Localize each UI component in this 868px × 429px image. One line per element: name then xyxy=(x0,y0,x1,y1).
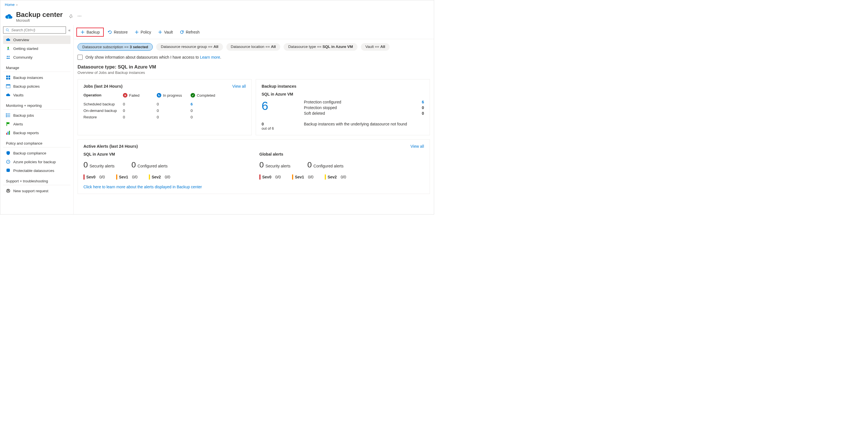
sidebar-section-manage: Manage xyxy=(3,62,70,72)
sidebar-item-backup-compliance[interactable]: Backup compliance xyxy=(3,149,70,157)
svg-rect-18 xyxy=(8,132,8,135)
job-completed[interactable]: 6 xyxy=(191,102,219,106)
card-title: Active Alerts (last 24 Hours) xyxy=(84,144,138,149)
datasource-subtitle: Overview of Jobs and Backup instances xyxy=(78,70,430,75)
col-failed: Failed xyxy=(129,93,140,97)
sev-bar-icon xyxy=(259,175,260,180)
flag-icon xyxy=(6,122,10,126)
restore-button[interactable]: Restore xyxy=(105,29,130,35)
plus-icon xyxy=(134,30,139,34)
job-op: Restore xyxy=(84,115,123,119)
stat-value: 0 xyxy=(422,105,424,110)
instance-stat-row: Soft deleted 0 xyxy=(304,111,424,116)
alerts-learn-link[interactable]: Click here to learn more about the alert… xyxy=(84,185,202,189)
list-icon xyxy=(6,113,10,118)
sidebar-item-backup-reports[interactable]: Backup reports xyxy=(3,128,70,137)
jobs-row: On-demand backup 0 0 0 xyxy=(84,108,246,114)
completed-icon: ✓ xyxy=(191,93,195,97)
sidebar-item-label: Community xyxy=(13,55,32,59)
sidebar-item-azure-policies[interactable]: Azure policies for backup xyxy=(3,158,70,166)
sidebar-section-monitoring: Monitoring + reporting xyxy=(3,99,70,110)
access-checkbox[interactable] xyxy=(78,55,83,60)
sev-item: Sev1 0/0 xyxy=(116,175,137,180)
alerts-col-heading: SQL in Azure VM xyxy=(84,152,248,156)
instances-notfound-count: 0 out of 6 xyxy=(261,122,296,130)
svg-rect-4 xyxy=(6,75,8,77)
datasource-heading: Datasource type: SQL in Azure VM Overvie… xyxy=(73,64,434,75)
sidebar-item-community[interactable]: Community xyxy=(3,53,70,61)
toolbar: Backup Restore Policy Vault Refresh xyxy=(73,25,434,39)
view-all-link[interactable]: View all xyxy=(232,84,246,89)
alerts-column: SQL in Azure VM 0Security alerts 0Config… xyxy=(84,152,248,180)
sidebar-item-alerts[interactable]: Alerts xyxy=(3,120,70,128)
sidebar-item-overview[interactable]: Overview xyxy=(3,35,70,44)
sev-item: Sev0 0/0 xyxy=(259,175,281,180)
sidebar-section-support: Support + troubleshooting xyxy=(3,175,70,185)
sidebar-item-backup-policies[interactable]: Backup policies xyxy=(3,82,70,90)
filter-type[interactable]: Datasource type == SQL in Azure VM xyxy=(284,43,358,51)
main-content: Backup Restore Policy Vault Refresh Data… xyxy=(73,25,434,214)
sidebar-item-protectable-datasources[interactable]: Protectable datasources xyxy=(3,166,70,175)
search-input[interactable] xyxy=(3,27,66,34)
sidebar-item-vaults[interactable]: Vaults xyxy=(3,91,70,99)
stat-label: Protection configured xyxy=(304,100,341,104)
policy-button[interactable]: Policy xyxy=(132,29,154,35)
pin-icon[interactable] xyxy=(69,14,73,20)
toolbar-label: Refresh xyxy=(186,30,199,34)
policy-icon xyxy=(6,159,10,164)
filter-vault[interactable]: Vault == All xyxy=(361,43,390,51)
search-icon xyxy=(6,28,9,32)
access-text: Only show information about datasources … xyxy=(86,55,221,59)
sidebar-item-backup-instances[interactable]: Backup instances xyxy=(3,73,70,82)
security-alerts-count: 0Security alerts xyxy=(259,160,290,170)
sidebar-item-label: Backup jobs xyxy=(13,113,34,118)
svg-rect-7 xyxy=(8,78,10,80)
support-icon xyxy=(6,189,10,193)
configured-alerts-count: 0Configured alerts xyxy=(307,160,343,170)
toolbar-label: Policy xyxy=(141,30,151,34)
view-all-link[interactable]: View all xyxy=(410,144,424,149)
job-in-progress: 0 xyxy=(157,109,191,113)
access-filter-row: Only show information about datasources … xyxy=(73,54,434,64)
svg-point-13 xyxy=(6,114,7,114)
sev-bar-icon xyxy=(325,175,326,180)
filter-subscription[interactable]: Datasource subscription == 3 selected xyxy=(78,43,153,51)
learn-more-link[interactable]: Learn more xyxy=(200,55,220,59)
sidebar-item-new-support-request[interactable]: New support request xyxy=(3,187,70,195)
in-progress-icon: ↻ xyxy=(157,93,161,97)
sev-bar-icon xyxy=(149,175,150,180)
undo-icon xyxy=(108,30,112,34)
page-subtitle: Microsoft xyxy=(16,19,63,23)
filter-resource-group[interactable]: Datasource resource group == All xyxy=(156,43,223,51)
stat-value[interactable]: 6 xyxy=(422,100,424,104)
instances-total[interactable]: 6 xyxy=(261,99,296,116)
svg-point-14 xyxy=(6,115,7,116)
sidebar-item-backup-jobs[interactable]: Backup jobs xyxy=(3,111,70,120)
job-failed: 0 xyxy=(123,109,157,113)
svg-point-0 xyxy=(6,28,8,31)
job-failed: 0 xyxy=(123,115,157,119)
datasource-title: Datasource type: SQL in Azure VM xyxy=(78,64,430,70)
vault-button[interactable]: Vault xyxy=(155,29,176,35)
instance-stat-row: Protection stopped 0 xyxy=(304,105,424,111)
backup-button[interactable]: Backup xyxy=(76,28,104,37)
alerts-column: Global alerts 0Security alerts 0Configur… xyxy=(259,152,424,180)
filter-bar: Datasource subscription == 3 selected Da… xyxy=(73,39,434,54)
refresh-icon xyxy=(180,30,184,34)
sidebar-item-getting-started[interactable]: Getting started xyxy=(3,44,70,53)
svg-point-2 xyxy=(7,56,8,57)
filter-location[interactable]: Datasource location == All xyxy=(226,43,280,51)
svg-point-3 xyxy=(8,56,9,57)
sidebar-item-label: Backup compliance xyxy=(13,151,46,155)
more-icon[interactable]: ··· xyxy=(77,14,82,20)
refresh-button[interactable]: Refresh xyxy=(177,29,203,35)
sidebar-item-label: Protectable datasources xyxy=(13,168,54,173)
rocket-icon xyxy=(6,46,10,51)
sev-item: Sev1 0/0 xyxy=(292,175,313,180)
jobs-row: Scheduled backup 0 0 6 xyxy=(84,101,246,108)
breadcrumb-home[interactable]: Home xyxy=(5,3,15,7)
toolbar-label: Backup xyxy=(87,30,100,34)
svg-point-23 xyxy=(8,189,9,191)
collapse-sidebar-icon[interactable]: « xyxy=(68,28,70,32)
sidebar-item-label: Backup reports xyxy=(13,131,39,135)
